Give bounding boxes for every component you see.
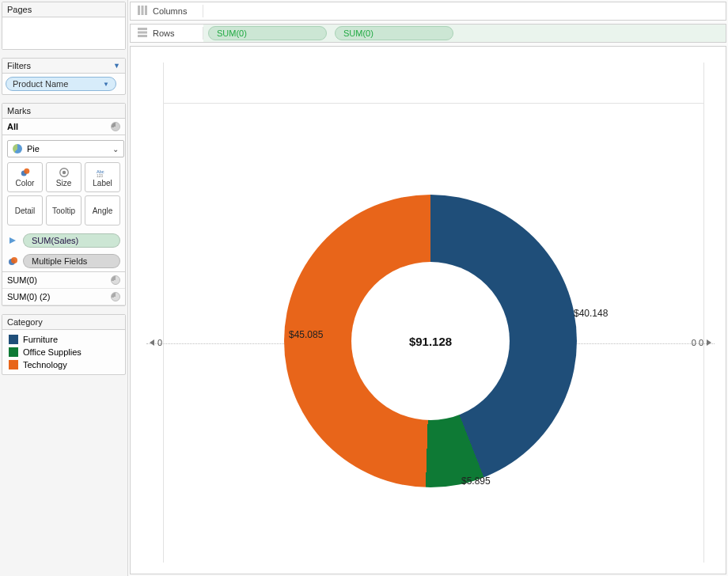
rows-icon <box>137 27 148 40</box>
legend-swatch <box>9 360 18 369</box>
filter-pill-label: Product Name <box>13 79 68 89</box>
label-lead-icon <box>7 236 18 245</box>
pie-icon <box>13 144 22 153</box>
svg-point-8 <box>11 257 17 263</box>
marks-sum-label-0: SUM(0) <box>7 275 37 285</box>
marks-body: All Pie ⌄ Color <box>2 119 125 305</box>
slice-label-office-supplies: $5.895 <box>461 476 491 487</box>
triangle-left-icon <box>150 339 154 346</box>
legend-label: Office Supplies <box>23 347 82 357</box>
marks-sum-list: SUM(0) SUM(0) (2) <box>2 271 125 305</box>
marks-angle-label: Angle <box>93 207 113 215</box>
legend-swatch <box>9 347 18 357</box>
pages-title: Pages <box>2 2 125 17</box>
marks-label-pill-row: SUM(Sales) <box>2 230 125 251</box>
columns-shelf[interactable]: Columns <box>130 2 726 21</box>
filter-pill-chevron-icon[interactable]: ▼ <box>103 81 109 88</box>
chevron-down-icon: ⌄ <box>112 145 119 153</box>
legend-swatch <box>9 335 18 344</box>
rows-shelf-label: Rows <box>131 27 203 40</box>
axis-left-value: 0 <box>157 338 162 347</box>
svg-text:123: 123 <box>97 174 103 178</box>
marks-sum-row-1[interactable]: SUM(0) (2) <box>2 289 125 305</box>
marks-label-label: Label <box>93 179 112 188</box>
legend-item-office-supplies[interactable]: Office Supplies <box>6 346 122 358</box>
filters-dropdown-icon[interactable]: ▼ <box>113 62 120 70</box>
filters-body[interactable]: Product Name ▼ <box>2 74 125 94</box>
rows-pill-1[interactable]: SUM(0) <box>335 26 453 40</box>
marks-size-button[interactable]: Size <box>46 162 82 192</box>
marks-size-label: Size <box>56 179 71 188</box>
marks-all-row[interactable]: All <box>2 119 125 135</box>
svg-rect-9 <box>138 6 140 15</box>
marks-detail-label: Detail <box>15 207 36 215</box>
filter-pill-product-name[interactable]: Product Name ▼ <box>6 77 116 91</box>
triangle-right-icon <box>707 339 711 346</box>
slice-label-technology: $45.085 <box>289 329 323 340</box>
color-icon <box>19 167 32 178</box>
columns-shelf-label: Columns <box>131 5 203 17</box>
svg-rect-12 <box>138 28 147 30</box>
marks-angle-button[interactable]: Angle <box>85 195 120 225</box>
rows-shelf-text: Rows <box>153 28 175 38</box>
marks-color-pill-row: Multiple Fields <box>2 251 125 271</box>
pie-icon <box>111 292 120 301</box>
svg-marker-6 <box>9 237 16 244</box>
pages-drop-area[interactable] <box>2 17 125 49</box>
main-area: Columns Rows SUM(0) SUM(0) <box>128 0 728 576</box>
category-title: Category <box>2 315 125 330</box>
legend-item-technology[interactable]: Technology <box>6 358 122 371</box>
marks-tooltip-label: Tooltip <box>52 207 75 215</box>
svg-rect-11 <box>145 6 147 15</box>
axis-right-tick: 0 0 <box>692 338 711 347</box>
donut-center-label: $91.128 <box>409 335 452 348</box>
viz-inner: 0 0 0 $91.128 $40.148 $5.895 $45.085 <box>146 63 715 563</box>
svg-rect-13 <box>138 32 147 34</box>
grid-border-right <box>703 63 715 563</box>
svg-rect-14 <box>138 35 147 37</box>
pie-icon <box>111 275 120 285</box>
left-sidebar: Pages Filters ▼ Product Name ▼ Marks All <box>0 0 128 576</box>
app-root: Pages Filters ▼ Product Name ▼ Marks All <box>0 0 728 576</box>
svg-point-1 <box>24 169 29 174</box>
size-icon <box>58 167 70 178</box>
marks-tooltip-button[interactable]: Tooltip <box>46 195 82 225</box>
slice-label-furniture: $40.148 <box>574 308 608 319</box>
filters-panel: Filters ▼ Product Name ▼ <box>2 58 126 95</box>
mark-type-label: Pie <box>27 144 40 153</box>
category-panel: Category Furniture Office Supplies Techn… <box>2 314 126 375</box>
marks-title: Marks <box>2 104 125 119</box>
axis-right-value: 0 0 <box>692 338 703 347</box>
marks-detail-button[interactable]: Detail <box>7 195 43 225</box>
pie-icon <box>111 122 120 131</box>
grid-border-left <box>146 63 164 563</box>
rows-shelf-content[interactable]: SUM(0) SUM(0) <box>203 25 726 42</box>
marks-all-label: All <box>7 122 18 131</box>
viz-container[interactable]: 0 0 0 $91.128 $40.148 $5.895 $45.085 <box>130 46 726 574</box>
legend-label: Furniture <box>23 335 58 344</box>
grid-border-top <box>164 63 703 104</box>
marks-sum-label-1: SUM(0) (2) <box>7 292 50 301</box>
label-icon: Abc123 <box>97 167 109 178</box>
marks-grid: Color Size Abc123 Label Detail Tooltip <box>2 162 125 230</box>
rows-shelf[interactable]: Rows SUM(0) SUM(0) <box>130 24 726 43</box>
axis-left-tick: 0 <box>150 338 162 347</box>
donut-chart-wrap: $91.128 <box>284 195 577 487</box>
mark-type-select[interactable]: Pie ⌄ <box>7 140 124 157</box>
legend-item-furniture[interactable]: Furniture <box>6 333 122 346</box>
columns-shelf-content[interactable] <box>203 2 726 20</box>
marks-label-button[interactable]: Abc123 Label <box>85 162 120 192</box>
marks-sum-row-0[interactable]: SUM(0) <box>2 272 125 289</box>
category-body: Furniture Office Supplies Technology <box>2 330 125 374</box>
columns-icon <box>137 5 148 17</box>
legend-label: Technology <box>23 360 67 369</box>
marks-pill-sum-sales[interactable]: SUM(Sales) <box>23 233 120 248</box>
marks-color-label: Color <box>16 179 35 188</box>
pages-panel: Pages <box>2 2 126 50</box>
svg-rect-10 <box>142 6 144 15</box>
color-lead-icon <box>7 256 18 266</box>
marks-panel: Marks All Pie ⌄ Color <box>2 103 126 306</box>
marks-color-button[interactable]: Color <box>7 162 43 192</box>
rows-pill-0[interactable]: SUM(0) <box>208 26 327 40</box>
marks-pill-multiple-fields[interactable]: Multiple Fields <box>23 254 120 268</box>
